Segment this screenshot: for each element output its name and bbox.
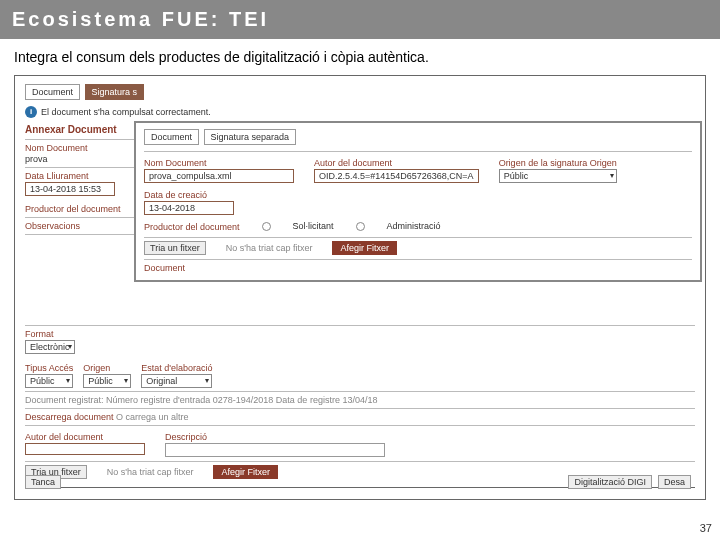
- descarrega-link[interactable]: Descarrega document: [25, 412, 114, 422]
- overlay-nom-label: Nom Document: [144, 158, 294, 168]
- radio-sollicitant[interactable]: [262, 222, 271, 231]
- data-lliurament-value[interactable]: 13-04-2018 15:53: [25, 182, 115, 196]
- overlay-tab-document[interactable]: Document: [144, 129, 199, 145]
- overlay-autor-label: Autor del document: [314, 158, 479, 168]
- page-title: Ecosistema FUE: TEI: [0, 0, 720, 39]
- tanca-button[interactable]: Tanca: [25, 475, 61, 489]
- no-triat-text-2: No s'ha triat cap fitxer: [107, 467, 194, 477]
- radio-administracio[interactable]: [356, 222, 365, 231]
- overlay-autor-value[interactable]: OID.2.5.4.5=#14154D65726368,CN=A: [314, 169, 479, 183]
- overlay-doc-label: Document: [144, 263, 692, 273]
- tab-signatura[interactable]: Signatura s: [85, 84, 145, 100]
- info-text: El document s'ha compulsat correctament.: [41, 107, 211, 117]
- ocarrega-text: O carrega un altre: [116, 412, 189, 422]
- tria-fitxer-button[interactable]: Tria un fitxer: [144, 241, 206, 255]
- overlay-origen-label: Origen de la signatura Origen: [499, 158, 617, 168]
- main-panel: Document Signatura s i El document s'ha …: [14, 75, 706, 500]
- no-triat-text: No s'ha triat cap fitxer: [226, 243, 313, 253]
- overlay-data-value[interactable]: 13-04-2018: [144, 201, 234, 215]
- overlay-data-label: Data de creació: [144, 190, 234, 200]
- page-subtitle: Integra el consum dels productes de digi…: [0, 39, 720, 75]
- radio-administracio-label: Administració: [387, 221, 441, 231]
- estat-label: Estat d'elaboració: [141, 363, 212, 373]
- afegir-fitxer-button[interactable]: Afegir Fitxer: [332, 241, 397, 255]
- radio-sollicitant-label: Sol·licitant: [293, 221, 334, 231]
- digitalitzacio-button[interactable]: Digitalització DIGI: [568, 475, 652, 489]
- info-message: i El document s'ha compulsat correctamen…: [25, 106, 695, 118]
- overlay-tab-signatura[interactable]: Signatura separada: [204, 129, 297, 145]
- tab-document[interactable]: Document: [25, 84, 80, 100]
- overlay-dialog: Document Signatura separada Nom Document…: [135, 122, 701, 281]
- registre-text: Document registrat: Número registre d'en…: [25, 395, 695, 405]
- format-select[interactable]: Electrònic: [25, 340, 75, 354]
- page-number: 37: [700, 522, 712, 534]
- main-tabs: Document Signatura s: [25, 84, 695, 100]
- autor2-label: Autor del document: [25, 432, 145, 442]
- tipus-acces-label: Tipus Accés: [25, 363, 73, 373]
- info-icon: i: [25, 106, 37, 118]
- desa-button[interactable]: Desa: [658, 475, 691, 489]
- overlay-origen-select[interactable]: Públic: [499, 169, 617, 183]
- descripcio-input[interactable]: [165, 443, 385, 457]
- autor2-input[interactable]: [25, 443, 145, 455]
- origen-label: Origen: [83, 363, 131, 373]
- tipus-acces-select[interactable]: Públic: [25, 374, 73, 388]
- estat-select[interactable]: Original: [141, 374, 212, 388]
- origen-select[interactable]: Públic: [83, 374, 131, 388]
- overlay-prod-label: Productor del document: [144, 222, 240, 232]
- afegir-fitxer-button-2[interactable]: Afegir Fitxer: [213, 465, 278, 479]
- descripcio-label: Descripció: [165, 432, 385, 442]
- overlay-nom-value[interactable]: prova_compulsa.xml: [144, 169, 294, 183]
- format-label: Format: [25, 329, 695, 339]
